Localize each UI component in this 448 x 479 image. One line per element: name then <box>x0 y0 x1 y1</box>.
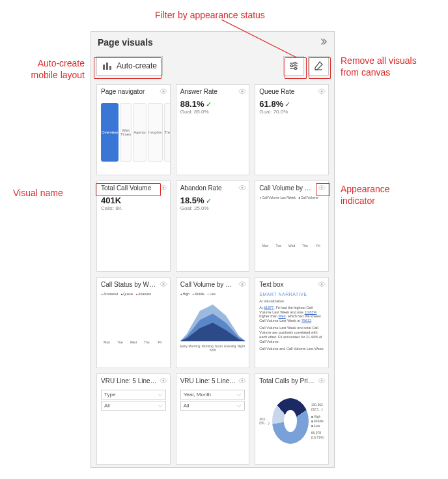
card-total-calls-priority[interactable]: Total Calls by Pri… 203…(50.…) 130,362(3… <box>255 373 329 465</box>
svg-rect-2 <box>106 63 108 70</box>
card-vru-line-type[interactable]: VRU Line: 5 Line… Type All <box>96 373 171 465</box>
appearance-icon <box>238 377 246 385</box>
appearance-icon <box>318 87 326 95</box>
donut-chart <box>272 398 309 444</box>
kpi-sub: Calls: 8K <box>101 205 166 211</box>
annotation-appearance-indicator: Appearanceindicator <box>341 183 390 207</box>
kpi-value: 88.1% <box>180 99 204 109</box>
kpi-goal: Goal: 25.0% <box>180 205 245 211</box>
card-call-volume-by-day[interactable]: Call Volume by … Call Volume Last WeekCa… <box>255 181 329 272</box>
card-page-navigator[interactable]: Page navigator Overview Wait Times Agent… <box>96 84 171 175</box>
annotation-auto-create: Auto-createmobile layout <box>7 57 85 81</box>
legend-item: High <box>180 292 189 296</box>
svg-point-5 <box>294 62 296 64</box>
svg-point-7 <box>290 65 292 66</box>
visuals-grid: Page navigator Overview Wait Times Agent… <box>91 79 334 467</box>
x-label: Early Morning <box>180 344 201 348</box>
slicer-value: All <box>101 401 166 411</box>
card-vru-line-date[interactable]: VRU Line: 5 Line… Year, Month All <box>176 373 250 465</box>
kpi-value: 18.5% <box>180 196 204 205</box>
page-visuals-panel: Page visuals Auto-create Page navig <box>91 31 335 468</box>
annotation-remove: Remove all visualsfrom canvas <box>341 55 417 78</box>
appearance-icon <box>238 87 246 95</box>
x-label: Evening <box>224 344 236 348</box>
panel-header: Page visuals <box>91 32 334 53</box>
kpi-value: 401K <box>101 196 121 205</box>
legend-item: Answered <box>101 292 118 296</box>
auto-create-icon <box>102 61 113 71</box>
svg-point-20 <box>162 380 164 382</box>
appearance-icon <box>318 377 326 385</box>
svg-point-14 <box>162 187 164 189</box>
card-title: Total Call Volume <box>101 184 157 192</box>
panel-title: Page visuals <box>98 37 153 48</box>
appearance-icon <box>160 184 167 192</box>
card-queue-rate[interactable]: Queue Rate 61.8%✓ Goal: 70.0% <box>255 84 329 175</box>
axis-label: Shift <box>180 348 245 352</box>
card-title: VRU Line: 5 Line… <box>101 377 157 385</box>
kpi-goal: Goal: 70.0% <box>259 109 324 115</box>
narrative-sub: AI Visualization <box>259 299 324 304</box>
area-chart <box>180 297 245 343</box>
card-title: Page navigator <box>101 88 157 95</box>
slicer-field: Type <box>101 390 166 399</box>
card-answer-rate[interactable]: Answer Rate 88.1%✓ Goal: 85.0% <box>176 84 250 175</box>
card-title: Abandon Rate <box>180 184 236 192</box>
svg-point-22 <box>320 380 322 382</box>
check-icon: ✓ <box>206 197 212 205</box>
narrative-heading: SMART NARRATIVE <box>259 292 324 298</box>
card-title: Call Volume by S… <box>180 281 236 288</box>
appearance-icon <box>160 280 167 288</box>
check-icon: ✓ <box>285 100 290 108</box>
slicer-value: All <box>180 401 245 411</box>
card-title: Answer Rate <box>180 88 236 95</box>
narrative-p2: Call Volume Last Week and total Call Vol… <box>259 326 324 344</box>
appearance-icon <box>318 280 326 288</box>
appearance-icon <box>160 87 167 95</box>
appearance-icon <box>238 280 246 288</box>
svg-point-16 <box>320 187 322 189</box>
bar-chart: MonTueWedThuFri <box>259 202 324 248</box>
card-text-box[interactable]: Text box SMART NARRATIVE AI Visualizatio… <box>255 277 329 368</box>
auto-create-label: Auto-create <box>117 61 157 70</box>
legend-item: Middle <box>192 292 204 296</box>
svg-point-12 <box>242 91 244 93</box>
kpi-goal: Goal: 85.0% <box>180 109 245 115</box>
auto-create-button[interactable]: Auto-create <box>96 56 163 76</box>
card-call-status[interactable]: Call Status by W… AnsweredQueueAbandon M… <box>96 277 171 368</box>
appearance-icon <box>238 184 246 192</box>
smart-narrative: SMART NARRATIVE AI Visualization At 6187… <box>255 289 328 368</box>
card-title: Queue Rate <box>259 88 315 95</box>
svg-point-19 <box>320 283 322 285</box>
kpi-value: 61.8% <box>259 99 283 109</box>
card-total-call-volume[interactable]: Total Call Volume 401K Calls: 8K <box>96 181 171 272</box>
annotation-visual-name: Visual name <box>13 187 63 199</box>
svg-rect-1 <box>103 65 105 70</box>
chevron-down-icon <box>158 403 163 409</box>
appearance-icon <box>318 184 326 192</box>
sliders-icon <box>288 61 299 71</box>
check-icon: ✓ <box>206 100 212 108</box>
nav-tab: Agents <box>133 103 147 162</box>
svg-point-11 <box>162 91 164 93</box>
chevron-down-icon <box>158 392 163 398</box>
svg-rect-3 <box>109 66 111 70</box>
nav-tab: Wait Times <box>120 103 132 162</box>
collapse-icon[interactable] <box>318 37 328 48</box>
chevron-down-icon <box>236 403 242 409</box>
appearance-icon <box>160 377 167 385</box>
clear-canvas-button[interactable] <box>308 56 329 76</box>
card-title: Call Status by W… <box>101 281 157 288</box>
svg-point-21 <box>242 380 244 382</box>
nav-tab: Overview <box>101 103 119 162</box>
chevron-down-icon <box>236 392 242 398</box>
card-abandon-rate[interactable]: Abandon Rate 18.5%✓ Goal: 25.0% <box>176 181 250 272</box>
legend-item: Abandon <box>135 292 151 296</box>
filter-appearance-button[interactable] <box>283 56 304 76</box>
narrative-p3: Call Volume and Call Volume Last Week <box>259 347 324 351</box>
donut-legend: 130,362(32.5…) ■ High■ Middle■ Low 66,97… <box>311 403 324 440</box>
nav-tab: Trends <box>164 103 170 162</box>
card-call-volume-shift[interactable]: Call Volume by S… HighMiddleLow Early Mo… <box>176 277 250 368</box>
annotation-filter: Filter by appearance status <box>155 9 265 21</box>
svg-point-15 <box>242 187 244 189</box>
